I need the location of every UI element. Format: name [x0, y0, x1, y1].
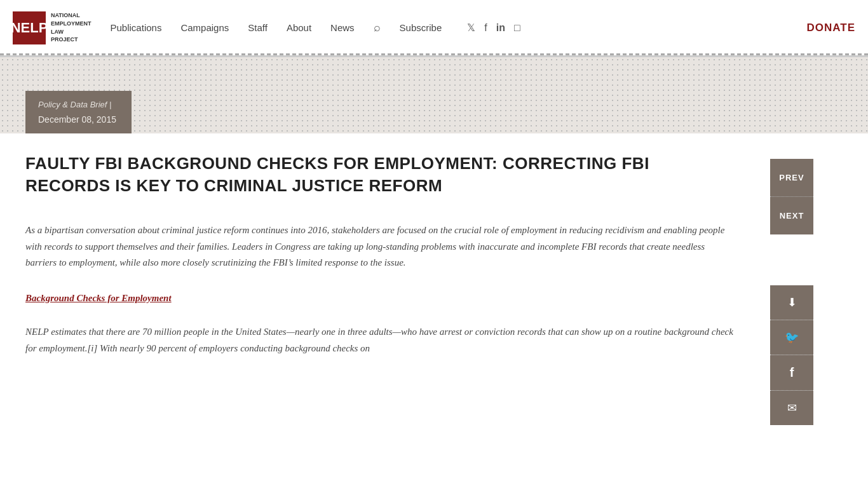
section-link[interactable]: Background Checks for Employment: [25, 290, 737, 307]
logo-link[interactable]: NELP NATIONALEMPLOYMENTLAWPROJECT: [13, 11, 92, 44]
nav-buttons: PREV NEXT: [770, 159, 813, 234]
nav-campaigns[interactable]: Campaigns: [180, 22, 229, 33]
prev-button[interactable]: PREV: [770, 159, 813, 197]
article-paragraph: NELP estimates that there are 70 million…: [25, 324, 737, 356]
instagram-icon[interactable]: □: [514, 22, 520, 34]
download-icon: ⬇: [787, 296, 797, 309]
nav-publications[interactable]: Publications: [111, 22, 162, 33]
right-sidebar: PREV NEXT ⬇ 🐦 f ✉: [763, 133, 813, 425]
subscribe-link[interactable]: Subscribe: [400, 22, 442, 33]
linkedin-icon[interactable]: in: [496, 22, 505, 34]
share-twitter-button[interactable]: 🐦: [770, 320, 813, 355]
search-button[interactable]: ⌕: [374, 21, 381, 34]
facebook-share-icon: f: [790, 365, 794, 379]
nav-about[interactable]: About: [287, 22, 311, 33]
article-intro: As a bipartisan conversation about crimi…: [25, 222, 737, 271]
donate-button[interactable]: DONATE: [806, 22, 855, 34]
header-social-icons: 𝕏 f in □: [467, 22, 520, 34]
main-container: FAULTY FBI BACKGROUND CHECKS FOR EMPLOYM…: [0, 133, 868, 425]
category-box: Policy & Data Brief | December 08, 2015: [25, 91, 132, 133]
category-label: Policy & Data Brief |: [38, 100, 116, 109]
site-header: NELP NATIONALEMPLOYMENTLAWPROJECT Public…: [0, 0, 868, 57]
article-body: As a bipartisan conversation about crimi…: [25, 222, 737, 356]
action-buttons: ⬇ 🐦 f ✉: [770, 285, 813, 425]
nav-staff[interactable]: Staff: [248, 22, 268, 33]
facebook-icon[interactable]: f: [484, 22, 487, 34]
next-button[interactable]: NEXT: [770, 197, 813, 234]
logo-box: NELP: [13, 11, 46, 44]
logo-subtitle: NATIONALEMPLOYMENTLAWPROJECT: [51, 11, 92, 43]
share-email-button[interactable]: ✉: [770, 391, 813, 425]
article-title: FAULTY FBI BACKGROUND CHECKS FOR EMPLOYM…: [25, 152, 737, 197]
twitter-icon[interactable]: 𝕏: [467, 22, 475, 34]
content-area: FAULTY FBI BACKGROUND CHECKS FOR EMPLOYM…: [0, 133, 763, 425]
logo-initials: NELP: [11, 20, 48, 36]
nav-news[interactable]: News: [330, 22, 355, 33]
header-divider: [0, 53, 868, 55]
download-button[interactable]: ⬇: [770, 285, 813, 320]
twitter-share-icon: 🐦: [785, 331, 799, 344]
hero-banner: Policy & Data Brief | December 08, 2015: [0, 57, 868, 133]
date-label: December 08, 2015: [38, 114, 116, 125]
main-nav: Publications Campaigns Staff About News …: [111, 21, 782, 34]
email-share-icon: ✉: [787, 402, 797, 414]
share-facebook-button[interactable]: f: [770, 355, 813, 391]
